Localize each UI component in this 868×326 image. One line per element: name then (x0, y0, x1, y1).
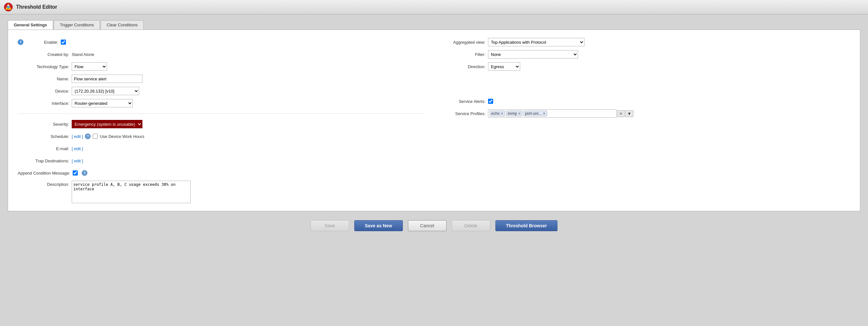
title-bar: Threshold Editor (0, 0, 868, 14)
delete-button[interactable]: Delete (452, 220, 490, 231)
cancel-button[interactable]: Cancel (408, 220, 446, 231)
save-as-new-button[interactable]: Save as New (354, 220, 403, 231)
schedule-label: Schedule: (18, 134, 69, 139)
left-column: ? Enable: Created by: Stand Alone Techno… (18, 38, 424, 203)
interface-select[interactable]: Router-generated (72, 99, 133, 108)
save-button[interactable]: Save (311, 220, 349, 231)
tag-snmp-remove[interactable]: ✕ (518, 112, 521, 116)
tag-echo-label: echo (491, 111, 500, 116)
description-row: Description: service profile A, B, C usa… (18, 181, 424, 203)
main-content: General Settings Trigger Conditions Clea… (0, 14, 868, 240)
email-row: E-mail: [ edit ] (18, 144, 424, 153)
schedule-row: Schedule: [ edit ] ? Use Device Work Hou… (18, 132, 424, 141)
enable-help-icon[interactable]: ? (18, 39, 24, 45)
device-row: Device: (172.20.26.132) [v10] (18, 87, 424, 95)
aggregated-view-label: Aggregated view: (444, 40, 486, 45)
created-by-label: Created by: (18, 52, 69, 57)
created-by-row: Created by: Stand Alone (18, 50, 424, 59)
tag-port-unr-remove[interactable]: ✕ (542, 112, 546, 116)
tab-trigger-conditions[interactable]: Trigger Conditions (54, 20, 100, 30)
enable-row: ? Enable: (18, 38, 424, 47)
use-device-work-hours-label: Use Device Work Hours (100, 134, 144, 139)
page-title: Threshold Editor (16, 4, 57, 10)
severity-row: Severity: Emergency (system is unusable)… (18, 120, 424, 128)
severity-label: Severity: (18, 122, 69, 127)
email-edit-link[interactable]: [ edit ] (72, 146, 83, 151)
service-alerts-label: Service Alerts: (444, 99, 486, 104)
filter-label: Filter: (444, 52, 486, 57)
email-label: E-mail: (18, 146, 69, 151)
description-textarea[interactable]: service profile A, B, C usage exceeds 30… (72, 181, 191, 203)
name-input[interactable] (72, 75, 143, 83)
append-checkbox[interactable] (73, 170, 78, 176)
filter-select[interactable]: None (488, 50, 578, 59)
name-label: Name: (18, 77, 69, 81)
service-alerts-row: Service Alerts: (444, 97, 850, 106)
service-alerts-checkbox[interactable] (488, 99, 493, 104)
aggregated-view-row: Aggregated view: Top Applications with P… (444, 38, 850, 47)
technology-type-select[interactable]: Flow SNMP WMI (72, 62, 107, 71)
right-column: Aggregated view: Top Applications with P… (444, 38, 850, 203)
created-by-value: Stand Alone (72, 52, 94, 57)
profiles-clear-button[interactable]: ✕ (617, 110, 625, 117)
enable-label: Enable: (26, 40, 58, 45)
trap-edit-link[interactable]: [ edit ] (72, 158, 83, 163)
tag-snmp-label: snmp (507, 111, 517, 116)
profiles-dropdown-button[interactable]: ▼ (625, 110, 633, 117)
description-label: Description: (18, 181, 69, 187)
technology-type-label: Technology Type: (18, 64, 69, 69)
tag-echo-remove[interactable]: ✕ (500, 112, 503, 116)
threshold-browser-button[interactable]: Threshold Browser (495, 220, 558, 231)
service-profiles-container[interactable]: echo ✕ snmp ✕ port-unr... ✕ (488, 109, 617, 118)
schedule-edit-link[interactable]: [ edit ] (72, 134, 83, 139)
append-help-icon[interactable]: ? (82, 170, 88, 176)
aggregated-view-select[interactable]: Top Applications with Protocol Top Appli… (488, 38, 585, 46)
schedule-controls: [ edit ] ? Use Device Work Hours (72, 134, 144, 139)
technology-type-row: Technology Type: Flow SNMP WMI (18, 62, 424, 71)
append-row: Append Condition Message: ? (18, 169, 424, 177)
tag-port-unr: port-unr... ✕ (523, 111, 547, 116)
device-label: Device: (18, 89, 69, 94)
tab-bar: General Settings Trigger Conditions Clea… (8, 20, 860, 30)
form-grid: ? Enable: Created by: Stand Alone Techno… (18, 38, 850, 203)
app-icon (4, 3, 13, 11)
tag-snmp: snmp ✕ (506, 111, 522, 116)
bottom-buttons: Save Save as New Cancel Delete Threshold… (8, 217, 860, 234)
direction-row: Direction: Egress Ingress Both (444, 62, 850, 71)
form-panel: ? Enable: Created by: Stand Alone Techno… (8, 30, 860, 211)
trap-row: Trap Destinations: [ edit ] (18, 156, 424, 165)
schedule-help-icon[interactable]: ? (85, 134, 91, 139)
tab-general-settings[interactable]: General Settings (8, 20, 53, 30)
interface-label: Interface: (18, 101, 69, 106)
service-profiles-label: Service Profiles: (444, 111, 486, 116)
filter-row: Filter: None (444, 50, 850, 59)
direction-label: Direction: (444, 64, 486, 69)
direction-select[interactable]: Egress Ingress Both (488, 62, 520, 71)
trap-label: Trap Destinations: (18, 158, 69, 163)
device-select[interactable]: (172.20.26.132) [v10] (72, 87, 139, 95)
severity-select[interactable]: Emergency (system is unusable) Critical … (72, 120, 143, 128)
svg-rect-3 (7, 4, 9, 6)
tag-port-unr-label: port-unr... (525, 111, 541, 116)
service-profiles-row: Service Profiles: echo ✕ snmp ✕ (444, 109, 850, 118)
tab-clear-conditions[interactable]: Clear Conditions (101, 20, 144, 30)
use-device-work-hours-checkbox[interactable] (93, 134, 98, 139)
tag-echo: echo ✕ (490, 111, 505, 116)
append-label: Append Condition Message: (18, 171, 70, 176)
interface-row: Interface: Router-generated (18, 99, 424, 108)
enable-checkbox[interactable] (61, 39, 66, 45)
name-row: Name: (18, 74, 424, 83)
